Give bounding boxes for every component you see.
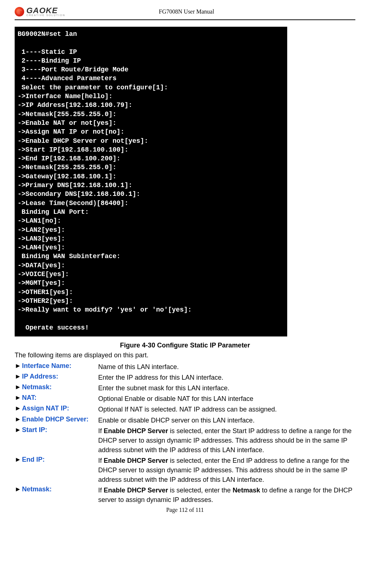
- parameter-list: ►Interface Name:Name of this LAN interfa…: [15, 362, 355, 505]
- logo-icon: [15, 7, 24, 16]
- doc-title: FG7008N User Manual: [65, 8, 308, 15]
- bullet-icon: ►: [15, 383, 22, 391]
- parameter-row: ►IP Address:Enter the IP address for thi…: [15, 373, 355, 382]
- parameter-description: Enter the subnet mask for this LAN inter…: [98, 383, 355, 393]
- parameter-description: If Enable DHCP Server is selected, enter…: [98, 426, 355, 455]
- parameter-description: If Enable DHCP Server is selected, enter…: [98, 456, 355, 484]
- bullet-icon: ►: [15, 405, 22, 412]
- parameter-row: ►Start IP:If Enable DHCP Server is selec…: [15, 426, 355, 455]
- page-footer: Page 112 of 111: [15, 507, 355, 513]
- bullet-icon: ►: [15, 485, 22, 493]
- parameter-label: Enable DHCP Server:: [22, 416, 98, 423]
- logo-text: GAOKE: [26, 7, 65, 15]
- bullet-icon: ►: [15, 426, 22, 434]
- page-header: GAOKE CREATIVE SOLUTION FG7008N User Man…: [15, 7, 355, 16]
- parameter-description: If Enable DHCP Server is selected, enter…: [98, 485, 355, 505]
- bullet-icon: ►: [15, 362, 22, 370]
- parameter-description: Optional Enable or disable NAT for this …: [98, 394, 355, 403]
- parameter-description: Enter the IP address for this LAN interf…: [98, 373, 355, 382]
- parameter-row: ►Netmask:If Enable DHCP Server is select…: [15, 485, 355, 505]
- parameter-label: Netmask:: [22, 383, 98, 391]
- parameter-description: Name of this LAN interface.: [98, 362, 355, 372]
- bullet-icon: ►: [15, 373, 22, 380]
- parameter-row: ►End IP:If Enable DHCP Server is selecte…: [15, 456, 355, 484]
- parameter-label: Netmask:: [22, 485, 98, 493]
- parameter-label: Assign NAT IP:: [22, 405, 98, 412]
- parameter-description: Optional If NAT is selected. NAT IP addr…: [98, 405, 355, 414]
- bullet-icon: ►: [15, 416, 22, 423]
- figure-caption: Figure 4-30 Configure Static IP Paramete…: [15, 342, 355, 349]
- bullet-icon: ►: [15, 394, 22, 402]
- parameter-label: End IP:: [22, 456, 98, 464]
- logo-subtext: CREATIVE SOLUTION: [26, 14, 65, 16]
- parameter-row: ►Interface Name:Name of this LAN interfa…: [15, 362, 355, 372]
- bullet-icon: ►: [15, 456, 22, 464]
- parameter-row: ►NAT:Optional Enable or disable NAT for …: [15, 394, 355, 403]
- parameter-row: ►Assign NAT IP:Optional If NAT is select…: [15, 405, 355, 414]
- intro-text: The following items are displayed on thi…: [15, 351, 355, 359]
- parameter-label: IP Address:: [22, 373, 98, 380]
- parameter-label: Interface Name:: [22, 362, 98, 370]
- parameter-description: Enable or disable DHCP server on this LA…: [98, 416, 355, 425]
- parameter-label: NAT:: [22, 394, 98, 402]
- logo: GAOKE CREATIVE SOLUTION: [15, 7, 65, 16]
- parameter-row: ►Netmask:Enter the subnet mask for this …: [15, 383, 355, 393]
- parameter-label: Start IP:: [22, 426, 98, 434]
- parameter-row: ►Enable DHCP Server:Enable or disable DH…: [15, 416, 355, 425]
- terminal-output: BG9002N#set lan 1----Static IP 2----Bind…: [15, 27, 287, 336]
- header-divider: [15, 19, 355, 20]
